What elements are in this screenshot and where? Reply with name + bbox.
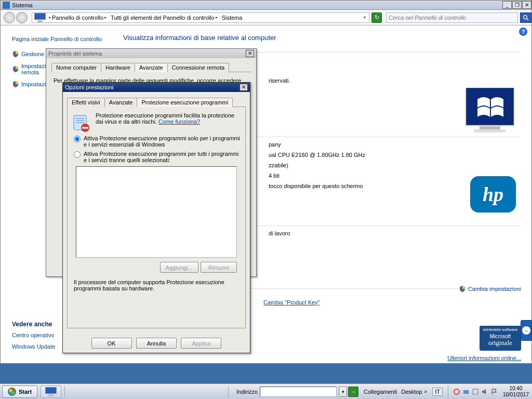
control-panel-home-link[interactable]: Pagina iniziale Pannello di controllo <box>12 36 107 42</box>
maximize-button[interactable]: ❐ <box>512 1 522 9</box>
minimize-button[interactable]: _ <box>502 1 512 9</box>
breadcrumb-segment[interactable]: Pannello di controllo▸ <box>52 15 108 21</box>
language-indicator[interactable]: IT <box>432 388 443 396</box>
how-it-works-link[interactable]: Come funziona? <box>158 118 200 125</box>
chevron-right-icon[interactable]: ▸ <box>49 15 51 20</box>
window-title: Sistema <box>12 2 33 8</box>
search-icon <box>523 15 529 21</box>
teamviewer-icon: ↔ <box>522 326 530 335</box>
manufacturer-tail: pany <box>269 141 281 148</box>
radio-input[interactable] <box>74 136 81 142</box>
taskbar-item[interactable] <box>41 385 61 398</box>
dep-radio-all[interactable]: Attiva Protezione esecuzione programmi p… <box>71 151 242 163</box>
apply-button: Applica <box>181 338 221 349</box>
close-icon[interactable]: ✕ <box>246 50 254 57</box>
system-tray: 10:40 10/01/2017 <box>452 385 532 397</box>
dep-description: Protezione esecuzione programmi facilita… <box>71 112 242 125</box>
ram-tail: zzabile) <box>269 162 288 168</box>
see-also-heading: Vedere anche <box>12 321 55 328</box>
radio-input[interactable] <box>74 151 81 158</box>
tab-hardware[interactable]: Hardware <box>101 63 135 72</box>
taskbar-divider <box>448 385 450 398</box>
tab-advanced[interactable]: Avanzate <box>135 63 168 72</box>
start-button[interactable]: Start <box>2 385 37 398</box>
system-icon <box>45 387 57 396</box>
dropdown-icon[interactable]: ▾ <box>364 15 366 20</box>
dialog-buttons: OK Annulla Applica <box>63 338 250 349</box>
start-orb-icon <box>8 388 16 396</box>
search-input[interactable] <box>387 15 517 21</box>
dialog-titlebar[interactable]: Proprietà del sistema ✕ <box>46 49 256 58</box>
tray-icon[interactable] <box>453 388 460 395</box>
tab-visual-effects[interactable]: Effetti visivi <box>67 98 105 107</box>
taskbar: Start Indirizzo ▾ → Collegamenti Desktop… <box>0 383 532 399</box>
performance-options-dialog: Opzioni prestazioni ✕ Effetti visivi Ava… <box>62 82 250 353</box>
teamviewer-tab[interactable]: ↔ <box>521 320 532 341</box>
forward-button[interactable] <box>16 12 28 23</box>
dialog-tabs: Effetti visivi Avanzate Protezione esecu… <box>67 97 246 107</box>
svg-rect-4 <box>474 129 506 132</box>
see-also: Vedere anche Centro operativo Windows Up… <box>12 321 55 355</box>
dep-support-note: Il processore del computer supporta Prot… <box>74 279 239 291</box>
search-button[interactable] <box>520 12 531 23</box>
change-settings-link[interactable]: Cambia impostazioni <box>459 285 521 292</box>
windows-logo <box>464 88 516 136</box>
address-bar[interactable]: ▸ Pannello di controllo▸ Tutti gli eleme… <box>32 12 369 23</box>
system-icon <box>3 2 10 9</box>
close-button[interactable]: ✕ <box>522 1 531 9</box>
cancel-button[interactable]: Annulla <box>136 338 177 349</box>
tab-computer-name[interactable]: Nome computer <box>51 63 101 72</box>
tab-remote[interactable]: Connessione remota <box>167 63 230 72</box>
tab-dep[interactable]: Protezione esecuzione programmi <box>137 98 233 107</box>
shield-icon <box>459 285 466 292</box>
clock[interactable]: 10:40 10/01/2017 <box>503 385 529 397</box>
svg-line-1 <box>527 19 528 20</box>
links-label: Collegamenti <box>364 389 397 395</box>
breadcrumb-segment[interactable]: Tutti gli elementi del Pannello di contr… <box>111 15 219 21</box>
dialog-title: Opzioni prestazioni <box>65 84 114 90</box>
dep-exceptions-list[interactable] <box>76 166 237 258</box>
refresh-button[interactable]: ↻ <box>371 12 382 23</box>
dep-panel: Protezione esecuzione programmi facilita… <box>67 107 246 328</box>
taskbar-address-input[interactable] <box>260 387 337 397</box>
address-label: Indirizzo <box>236 389 258 395</box>
volume-icon[interactable] <box>481 388 488 395</box>
more-info-link[interactable]: Ulteriori informazioni online... <box>447 355 521 361</box>
tray-icon[interactable] <box>472 388 479 395</box>
close-icon[interactable]: ✕ <box>240 84 248 91</box>
shield-icon <box>12 81 19 88</box>
copyright-tail: riservati. <box>269 77 519 84</box>
dropdown-icon[interactable]: ▾ <box>339 387 347 397</box>
chevron-icon[interactable]: » <box>424 389 428 394</box>
arch-tail: 4 bit <box>269 172 280 179</box>
ms-genuine-badge[interactable]: richiedete software Microsoft originale <box>480 326 521 351</box>
change-product-key-link[interactable]: Cambia "Product Key" <box>263 299 320 305</box>
help-icon[interactable]: ? <box>519 28 527 36</box>
svg-point-0 <box>524 15 527 19</box>
svg-rect-13 <box>473 389 478 394</box>
go-button[interactable]: → <box>348 387 358 397</box>
search-box[interactable] <box>386 12 518 23</box>
desktop-link[interactable]: Desktop <box>401 389 422 395</box>
back-button[interactable] <box>4 12 15 23</box>
page-heading: Visualizza informazioni di base relative… <box>123 34 519 42</box>
see-also-action-center[interactable]: Centro operativo <box>12 332 55 338</box>
workgroup-tail: di lavoro <box>269 230 290 236</box>
ok-button[interactable]: OK <box>91 338 132 349</box>
tab-advanced[interactable]: Avanzate <box>104 98 138 107</box>
dep-radio-essential[interactable]: Attiva Protezione esecuzione programmi s… <box>71 135 242 148</box>
tray-icon[interactable] <box>462 388 470 395</box>
shield-icon <box>12 50 19 58</box>
shield-icon <box>12 65 19 73</box>
titlebar: Sistema _ ❐ ✕ <box>1 1 531 10</box>
dialog-tabs: Nome computer Hardware Avanzate Connessi… <box>51 62 251 72</box>
flag-icon[interactable] <box>490 388 498 395</box>
breadcrumb-segment[interactable]: Sistema <box>222 15 243 21</box>
list-buttons: Aggiungi... Rimuovi <box>71 262 242 273</box>
hp-logo: hp <box>470 176 516 212</box>
dialog-titlebar[interactable]: Opzioni prestazioni ✕ <box>63 83 250 92</box>
see-also-windows-update[interactable]: Windows Update <box>12 343 55 350</box>
taskbar-divider <box>228 385 230 398</box>
add-button: Aggiungi... <box>160 262 198 273</box>
touch-value: tocco disponibile per questo schermo <box>269 183 363 189</box>
